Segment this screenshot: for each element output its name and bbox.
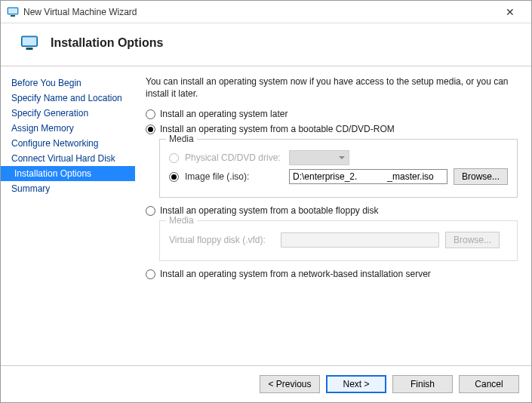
radio-icon (146, 269, 155, 279)
image-file-input[interactable] (289, 169, 447, 184)
sidebar-item-install[interactable]: Installation Options (1, 166, 135, 181)
next-button[interactable]: Next > (326, 375, 386, 393)
sidebar-item-summary[interactable]: Summary (1, 181, 135, 196)
content: You can install an operating system now … (135, 66, 531, 365)
cancel-button[interactable]: Cancel (459, 375, 519, 393)
app-icon (7, 6, 19, 18)
svg-rect-1 (8, 8, 17, 14)
wizard-icon (20, 34, 38, 52)
option-label: Install an operating system from a netwo… (160, 269, 431, 279)
window-title: New Virtual Machine Wizard (23, 7, 495, 17)
close-icon[interactable]: ✕ (495, 6, 525, 18)
footer: < Previous Next > Finish Cancel (1, 365, 531, 402)
titlebar: New Virtual Machine Wizard ✕ (1, 1, 531, 23)
page-title: Installation Options (51, 36, 163, 50)
floppy-label: Virtual floppy disk (.vfd): (169, 235, 275, 245)
option-install-floppy[interactable]: Install an operating system from a boota… (146, 205, 518, 216)
sidebar-item-before[interactable]: Before You Begin (1, 75, 135, 91)
cd-media-group: Media Physical CD/DVD drive: Image file … (159, 139, 518, 198)
option-label: Install an operating system later (160, 109, 288, 119)
option-label: Install an operating system from a boota… (160, 205, 379, 216)
browse-button[interactable]: Browse... (454, 168, 508, 185)
group-legend: Media (166, 215, 197, 226)
radio-icon (146, 206, 155, 216)
floppy-row: Virtual floppy disk (.vfd): Browse... (169, 232, 508, 248)
radio-icon[interactable] (169, 172, 179, 182)
sidebar-item-memory[interactable]: Assign Memory (1, 121, 135, 136)
physical-drive-row: Physical CD/DVD drive: (169, 150, 508, 165)
group-legend: Media (166, 134, 197, 144)
physical-drive-combo (289, 150, 349, 165)
sidebar-item-disk[interactable]: Connect Virtual Hard Disk (1, 151, 135, 166)
image-file-row: Image file (.iso): Browse... (169, 168, 508, 185)
browse-button-disabled: Browse... (445, 232, 500, 248)
option-label: Install an operating system from a boota… (160, 124, 395, 134)
svg-rect-2 (11, 15, 15, 17)
image-file-label: Image file (.iso): (185, 171, 283, 182)
option-install-later[interactable]: Install an operating system later (146, 109, 518, 119)
svg-rect-5 (26, 48, 33, 50)
previous-button[interactable]: < Previous (260, 375, 320, 393)
option-install-network[interactable]: Install an operating system from a netwo… (146, 269, 518, 279)
svg-rect-4 (23, 38, 36, 46)
sidebar-item-generation[interactable]: Specify Generation (1, 106, 135, 121)
floppy-input (281, 232, 439, 248)
physical-drive-label: Physical CD/DVD drive: (185, 152, 283, 163)
sidebar: Before You Begin Specify Name and Locati… (1, 66, 135, 365)
header: Installation Options (1, 23, 531, 66)
radio-icon (146, 125, 155, 134)
finish-button[interactable]: Finish (392, 375, 453, 393)
wizard-window: New Virtual Machine Wizard ✕ Installatio… (0, 0, 532, 403)
radio-icon (169, 153, 179, 163)
sidebar-item-network[interactable]: Configure Networking (1, 136, 135, 151)
radio-icon (146, 109, 155, 119)
option-install-cd[interactable]: Install an operating system from a boota… (146, 124, 518, 134)
floppy-media-group: Media Virtual floppy disk (.vfd): Browse… (159, 220, 518, 261)
intro-text: You can install an operating system now … (146, 75, 518, 100)
sidebar-item-name[interactable]: Specify Name and Location (1, 91, 135, 106)
